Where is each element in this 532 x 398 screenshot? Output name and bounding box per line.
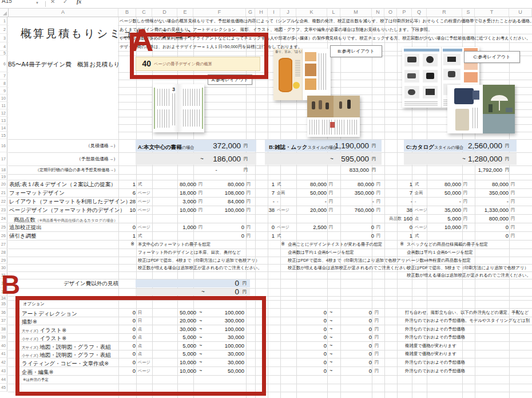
row-header-37[interactable]: 37 — [0, 317, 7, 325]
option-sub-min[interactable]: 0 — [304, 367, 327, 375]
cell-qty-c[interactable]: - — [387, 197, 412, 206]
note-text-c[interactable]: 校正はPDFで提出、5校まで（印刷方法により追加で色校アリ） — [407, 264, 532, 271]
row-header-1[interactable]: 1 — [0, 17, 7, 25]
cell-qty-c[interactable]: 1 — [387, 180, 412, 188]
cell-total-c[interactable]: 350,000 — [464, 188, 509, 197]
column-header-S[interactable]: S — [462, 8, 475, 17]
column-header-E[interactable]: E — [177, 8, 193, 17]
column-header-T[interactable]: T — [475, 8, 509, 17]
row-header-17[interactable]: 17 — [0, 152, 7, 165]
cell-total-b[interactable]: 80,000 — [329, 180, 374, 188]
cell-unit-price-b[interactable]: - — [289, 197, 327, 206]
row-header-36[interactable]: 36 — [0, 308, 7, 317]
option-sub-total[interactable]: 0 — [349, 341, 372, 350]
cell-total-a[interactable]: 0 — [200, 231, 244, 240]
row-header-24[interactable]: 24 — [0, 214, 7, 223]
name-box-dropdown-icon[interactable]: ▼ — [35, 1, 39, 5]
summary-estimate-value-c[interactable]: 2,560,000 — [436, 139, 502, 152]
row-header-8[interactable]: 8 — [0, 80, 7, 87]
row-header-27[interactable]: 27 — [0, 240, 7, 249]
cell-unit-price-b[interactable]: 20,000 — [289, 206, 327, 214]
column-header-H[interactable]: H — [255, 8, 268, 17]
cell-unit-price-b[interactable]: 2,500 — [289, 223, 327, 231]
summary-estimate-value-b[interactable]: 1,190,000 — [303, 139, 369, 152]
cell-unit-price-a[interactable]: 1,000 — [158, 223, 196, 231]
note-text-c[interactable]: ページ数x4件程度の商品数を想定 — [407, 257, 532, 264]
cell-qty-a[interactable]: 6 — [110, 188, 136, 197]
cancel-icon[interactable]: ✕ — [50, 0, 55, 5]
row-header-22[interactable]: 22 — [0, 197, 7, 206]
column-header-I[interactable]: I — [268, 8, 280, 17]
note-text-a[interactable]: 校正数が増える場合は追加校正が足されるのでご注意ください。 — [138, 264, 281, 271]
cell-total-a[interactable]: 100,000 — [200, 206, 244, 214]
note-text-c[interactable]: スペックなどの商品仕様掲載の冊子を想定 — [407, 240, 532, 249]
row-header-12[interactable]: 12 — [0, 109, 7, 117]
column-header-G[interactable]: G — [246, 8, 255, 17]
option-sub-min[interactable]: 0 — [304, 358, 327, 367]
option-sub-min[interactable]: 0 — [304, 308, 327, 317]
cell-total-b[interactable]: - — [329, 197, 374, 206]
cell-total-c[interactable]: 0 — [464, 223, 509, 231]
cell-total-c[interactable]: 1,330,000 — [464, 206, 509, 214]
cell-item-label[interactable]: 商品点数（※商品番号や商品仕様のあるカタログの場合） — [9, 214, 135, 223]
row-header-6[interactable]: 6 — [0, 56, 7, 72]
column-header-L[interactable]: L — [327, 8, 340, 17]
column-header-R[interactable]: R — [427, 8, 462, 17]
column-header-Q[interactable]: Q — [412, 8, 427, 17]
cell-unit-price-a[interactable]: 80,000 — [158, 180, 196, 188]
cell-item-label[interactable]: 表紙:表１/表４デザイン（２案以上の提案） — [9, 180, 118, 188]
option-sub-min[interactable]: 0 — [304, 350, 327, 358]
note-text-a[interactable]: 本文中心のフォーマットの冊子を想定 — [138, 240, 281, 249]
column-header-U[interactable]: U — [509, 8, 532, 17]
cell-unit-price-c[interactable]: 35,000 — [423, 206, 461, 214]
row-header-23[interactable]: 23 — [0, 206, 7, 214]
row-header-28[interactable]: 28 — [0, 249, 7, 257]
cell-total-b[interactable]: 350,000 — [329, 188, 374, 197]
option-sub-total[interactable]: 0 — [349, 317, 372, 325]
row-header-18[interactable]: 18 — [0, 165, 7, 174]
column-header-D[interactable]: D — [152, 8, 177, 17]
cell-qty-b[interactable]: - — [249, 197, 275, 206]
row-header-3[interactable]: 3 — [0, 34, 7, 42]
cell-unit-price-c[interactable]: 50,000 — [423, 188, 461, 197]
cell-total-c[interactable]: - — [464, 197, 509, 206]
summary-periodical-value-a[interactable]: - — [212, 165, 220, 174]
note-text-a[interactable]: フォーマット外のデザインとは本扉、目次、奥付など — [138, 249, 281, 257]
cell-qty-a[interactable]: 1 — [110, 231, 136, 240]
cell-qty-c[interactable]: 7 — [387, 188, 412, 197]
cell-unit-price-b[interactable]: 80,000 — [289, 180, 327, 188]
row-header-14[interactable]: 14 — [0, 124, 7, 132]
cell-item-label[interactable]: 追加校正提出 — [9, 223, 118, 231]
cell-total-b[interactable]: 760,000 — [329, 206, 374, 214]
cell-qty-a[interactable]: 0 — [110, 223, 136, 231]
row-header-21[interactable]: 21 — [0, 188, 7, 197]
column-header-M[interactable]: M — [340, 8, 372, 17]
cell-qty-c[interactable]: 1 — [387, 231, 412, 240]
cell-total-b[interactable]: 0 — [329, 231, 374, 240]
cell-qty-a[interactable]: 10 — [110, 206, 136, 214]
fx-icon[interactable]: fx — [77, 0, 81, 5]
summary-periodical-value-b[interactable]: 833,000 — [303, 165, 369, 174]
row-header-25[interactable]: 25 — [0, 223, 7, 231]
cell-total-c[interactable]: 0 — [464, 231, 509, 240]
cell-qty-a[interactable]: 1 — [110, 180, 136, 188]
pages-row-label[interactable]: B5〜A4冊子デザイン費 概算お見積もり — [8, 58, 118, 70]
column-header-B[interactable]: B — [118, 8, 136, 17]
cell-total-a[interactable]: 80,000 — [200, 180, 244, 188]
option-sub-total[interactable]: 0 — [349, 350, 372, 358]
row-header-29[interactable]: 29 — [0, 257, 7, 264]
cell-total-c[interactable]: 800,000 — [464, 214, 509, 223]
top-note-line[interactable]: ページ数しか情報がない場合の概算見積もりです。予想最低価格は内容によって（シンプ… — [120, 17, 532, 25]
cell-unit-price-c[interactable]: 80,000 — [423, 180, 461, 188]
cell-qty-b[interactable]: 7 — [249, 188, 275, 197]
cell-qty-a[interactable]: 28 — [110, 197, 136, 206]
column-header-F[interactable]: F — [193, 8, 246, 17]
other-estimate-min-value[interactable]: 0 — [189, 288, 239, 296]
summary-minimum-value-c[interactable]: 1,280,000 — [436, 152, 502, 165]
summary-periodical-value-c[interactable]: 1,792,000 — [436, 165, 502, 174]
row-header-7[interactable]: 7 — [0, 72, 7, 80]
summary-estimate-value-a[interactable]: 372,000 — [175, 139, 241, 152]
column-header-O[interactable]: O — [384, 8, 397, 17]
select-all-corner[interactable] — [0, 8, 9, 17]
note-text-c[interactable]: 校正数が増える場合は追加校正が足されるのでご注意ください。 — [407, 271, 532, 279]
